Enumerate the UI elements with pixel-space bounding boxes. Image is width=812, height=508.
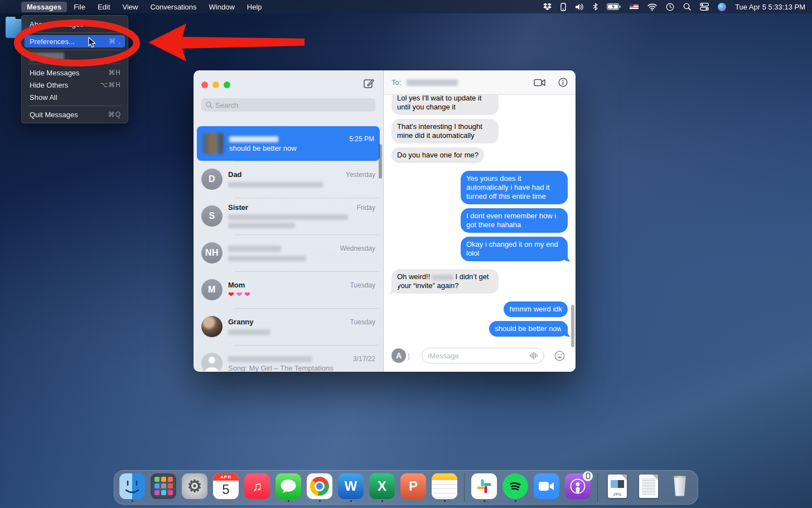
dock-system-preferences[interactable]: ⚙ [181,473,208,502]
dock-separator [597,473,598,502]
wifi-icon[interactable] [647,2,657,11]
imessage-apps-button[interactable]: A [392,348,406,363]
menu-window[interactable]: Window [204,2,240,12]
launchpad-icon [151,473,176,499]
time-machine-icon[interactable] [666,2,674,11]
podcasts-device-badge [583,471,593,481]
message-bubble-outgoing: should be better now [489,321,568,337]
volume-icon[interactable] [575,2,584,11]
emoji-icon[interactable] [554,351,565,361]
menu-edit[interactable]: Edit [92,2,115,12]
siri-icon[interactable] [718,3,726,11]
menu-item-quit-messages[interactable]: Quit Messages ⌘Q [22,108,128,121]
conversation-row[interactable]: S Sister Friday [194,198,383,234]
redacted-name [229,136,278,142]
menu-file[interactable]: File [68,2,91,12]
redacted-name [228,246,281,252]
dock-word[interactable]: W [337,473,364,502]
avatar-photo [201,316,223,337]
menu-item-preferences[interactable]: Preferences... ⌘ , [25,35,125,47]
close-button[interactable] [201,82,208,88]
dock-music[interactable]: ♫ [244,473,270,502]
message-bubble-outgoing: Yes yours does it automatically i have h… [461,171,568,204]
phone-icon[interactable] [560,2,566,11]
conversation-row[interactable]: 3/17/22 Song: My Girl – The Temptations [194,345,383,372]
conversation-row[interactable]: D Dad Yesterday [194,161,383,198]
zoom-icon [534,473,559,499]
dock-chrome[interactable] [306,473,333,502]
spotlight-search-icon[interactable] [683,2,691,11]
dock-calendar[interactable]: APR 5 [212,473,239,502]
dock: ⚙ APR 5 ♫ W X [114,470,698,505]
dropbox-icon[interactable] [543,2,552,11]
menu-separator [28,106,121,106]
conversation-row[interactable]: Granny Tuesday [194,308,383,345]
dock-excel[interactable]: X [369,473,395,502]
dock-powerpoint[interactable]: P [400,473,427,502]
chat-scrollbar[interactable] [571,305,574,347]
dock-launchpad[interactable] [150,473,177,502]
conversation-row[interactable]: NH Wednesday [194,234,383,271]
message-input[interactable] [428,352,526,360]
info-icon[interactable] [558,78,568,87]
dock-zoom[interactable] [533,473,560,502]
redacted-preview [228,256,306,261]
dock-notes[interactable] [431,473,458,502]
video-call-icon[interactable] [534,79,546,87]
menu-conversations[interactable]: Conversations [144,2,202,12]
music-icon: ♫ [244,473,270,499]
menu-item-hide-others[interactable]: Hide Others ⌥⌘H [22,79,128,91]
notes-icon [432,473,457,499]
jpg-file-icon: JPG [605,473,630,499]
to-label: To: [392,78,401,87]
dock-jpg-file[interactable]: JPG [604,473,631,502]
bluetooth-icon[interactable] [593,2,598,11]
menu-separator [28,32,121,33]
search-icon [206,102,212,108]
menu-messages[interactable]: Messages [21,2,67,12]
search-input[interactable] [215,101,371,109]
sidebar-scrollbar[interactable] [379,144,382,179]
podcasts-icon [565,473,591,499]
chat-header: To: [384,70,576,95]
audio-waveform-icon[interactable] [529,352,538,360]
dock-messages[interactable] [275,473,302,502]
system-preferences-icon: ⚙ [182,473,207,499]
dock-slack[interactable] [471,473,497,502]
us-flag-icon[interactable] [630,4,639,9]
compose-new-message-button[interactable] [364,78,374,89]
avatar-initials: D [201,169,223,190]
dock-csv-file[interactable] [635,473,662,502]
menu-item-redacted[interactable] [30,52,64,60]
redacted-name [228,356,312,362]
message-input-field[interactable] [422,348,544,363]
shortcut-preferences: ⌘ , [109,37,121,45]
avatar-initials: M [201,279,223,300]
menu-item-hide-messages[interactable]: Hide Messages ⌘H [22,66,128,79]
minimize-button[interactable] [212,82,219,88]
battery-icon[interactable] [607,2,621,11]
redacted-preview [228,329,270,335]
redacted-preview [228,214,348,220]
search-box[interactable] [201,98,375,112]
excel-icon: X [369,473,395,499]
desktop-wallpaper: w Messages File Edit View Conversations … [0,0,812,508]
menu-help[interactable]: Help [241,2,268,12]
spotify-icon [502,473,528,499]
menu-bar: Messages File Edit View Conversations Wi… [0,0,812,13]
dock-trash[interactable] [666,473,693,502]
redacted-inline-name [432,275,453,280]
zoom-button[interactable] [224,82,230,88]
conversation-row-selected[interactable]: 5:25 PM should be better now [197,126,380,161]
dock-finder[interactable] [119,473,146,502]
dock-spotify[interactable] [502,473,529,502]
dock-podcasts[interactable] [564,473,591,502]
messages-app-menu: About Messages Preferences... ⌘ , Hide M… [21,15,128,123]
menu-item-about-messages[interactable]: About Messages [22,18,128,30]
conversation-row[interactable]: M Mom Tuesday ❤ ❤ ❤ [194,271,383,308]
menu-bar-clock[interactable]: Tue Apr 5 5:33:13 PM [735,3,805,11]
control-center-icon[interactable] [700,2,709,11]
apple-menu[interactable] [6,6,20,8]
menu-view[interactable]: View [117,2,144,12]
menu-item-show-all[interactable]: Show All [22,91,128,103]
